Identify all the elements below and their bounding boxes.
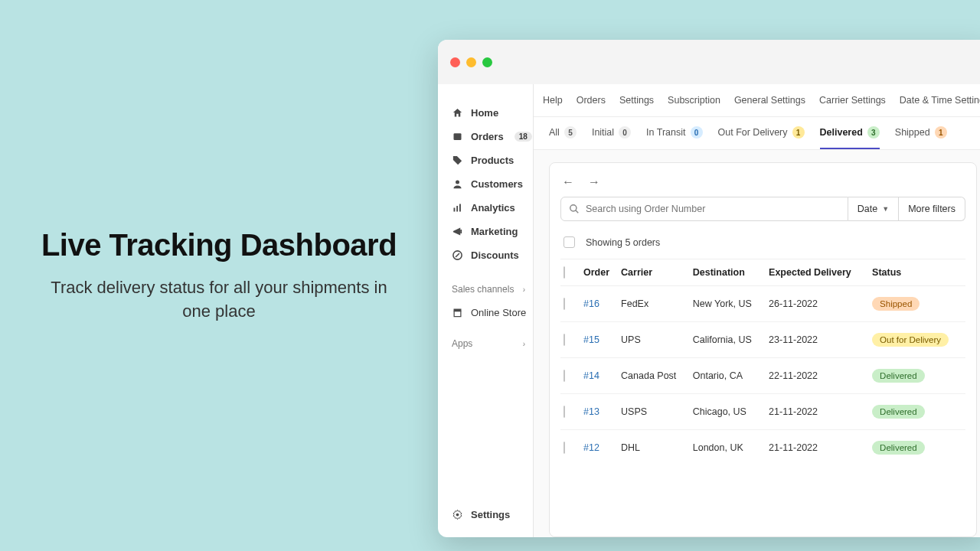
svg-rect-4	[459, 204, 461, 212]
topnav-general-settings[interactable]: General Settings	[734, 95, 805, 106]
tab-label: In Transit	[646, 127, 685, 138]
svg-rect-3	[456, 206, 458, 212]
topnav-carrier-settings[interactable]: Carrier Settings	[819, 95, 886, 106]
hero: Live Tracking Dashboard Track delivery s…	[0, 228, 438, 324]
tab-count-badge: 3	[867, 126, 880, 139]
sidebar-section-sales-channels[interactable]: Sales channels ›	[452, 278, 533, 301]
svg-line-9	[576, 210, 579, 214]
order-link[interactable]: #15	[583, 334, 599, 345]
more-filters-button[interactable]: More filters	[899, 197, 965, 221]
tab-label: Out For Delivery	[718, 127, 788, 138]
window-close-dot[interactable]	[450, 57, 460, 67]
order-link[interactable]: #13	[583, 406, 599, 417]
topnav-settings[interactable]: Settings	[619, 95, 654, 106]
cell-carrier: FedEx	[618, 286, 690, 322]
tag-icon	[452, 155, 463, 166]
tab-count-badge: 0	[619, 126, 631, 139]
sidebar-item-home[interactable]: Home	[452, 101, 533, 125]
row-checkbox[interactable]	[564, 406, 565, 418]
sidebar-item-customers[interactable]: Customers	[452, 172, 533, 196]
sidebar-item-products[interactable]: Products	[452, 148, 533, 172]
cell-carrier: UPS	[618, 322, 690, 358]
order-link[interactable]: #12	[583, 442, 599, 453]
sidebar-item-label: Home	[471, 107, 498, 119]
row-checkbox[interactable]	[564, 334, 565, 346]
header-checkbox[interactable]	[564, 266, 565, 279]
search-input[interactable]	[586, 204, 840, 214]
cell-carrier: USPS	[618, 394, 690, 430]
gear-icon	[452, 509, 463, 520]
tab-count-badge: 1	[935, 126, 947, 139]
order-link[interactable]: #16	[583, 298, 599, 309]
tab-delivered[interactable]: Delivered3	[820, 126, 880, 149]
col-carrier: Carrier	[618, 259, 690, 286]
date-filter-button[interactable]: Date ▼	[848, 197, 899, 221]
search-icon	[569, 204, 580, 214]
pager-next[interactable]: →	[588, 175, 600, 189]
sidebar-section-apps[interactable]: Apps ›	[452, 332, 533, 355]
tab-initial[interactable]: Initial0	[592, 126, 631, 149]
sidebar-item-settings[interactable]: Settings	[452, 503, 533, 527]
discount-icon	[452, 249, 463, 261]
orders-card: ← → Date ▼ More filters	[549, 162, 977, 537]
sidebar-item-discounts[interactable]: Discounts	[452, 243, 533, 267]
table-row: #12DHLLondon, UK21-11-2022Delivered	[560, 430, 965, 466]
topnav-help[interactable]: Help	[543, 95, 563, 106]
sidebar-item-label: Settings	[471, 509, 510, 520]
user-icon	[452, 178, 463, 190]
store-icon	[452, 307, 463, 318]
tab-label: Initial	[592, 127, 614, 138]
pager-prev[interactable]: ←	[562, 175, 574, 189]
orders-badge: 18	[514, 132, 532, 142]
sidebar-item-label: Customers	[471, 178, 523, 190]
home-icon	[452, 107, 463, 119]
count-row: Showing 5 orders	[560, 232, 965, 259]
pager: ← →	[560, 174, 965, 197]
row-checkbox[interactable]	[564, 370, 565, 382]
svg-rect-0	[454, 133, 462, 140]
caret-down-icon: ▼	[882, 205, 889, 213]
sidebar-item-analytics[interactable]: Analytics	[452, 196, 533, 220]
main: Help Orders Settings Subscription Genera…	[534, 84, 980, 537]
sidebar: Home Orders 18 Products Customers Analyt…	[438, 84, 534, 537]
cell-destination: California, US	[690, 322, 766, 358]
app-window: Home Orders 18 Products Customers Analyt…	[438, 40, 980, 537]
order-link[interactable]: #14	[583, 370, 599, 381]
sidebar-item-online-store[interactable]: Online Store	[452, 301, 533, 324]
row-checkbox[interactable]	[564, 442, 565, 454]
cell-destination: Ontario, CA	[690, 358, 766, 394]
topnav-subscription[interactable]: Subscription	[668, 95, 720, 106]
col-expected: Expected Delivery	[766, 259, 869, 286]
tab-all[interactable]: All5	[549, 126, 577, 149]
search-box[interactable]	[560, 197, 848, 221]
tab-in-transit[interactable]: In Transit0	[646, 126, 702, 149]
top-nav: Help Orders Settings Subscription Genera…	[534, 84, 980, 117]
sidebar-item-marketing[interactable]: Marketing	[452, 220, 533, 243]
sidebar-item-label: Products	[471, 155, 514, 166]
showing-count: Showing 5 orders	[586, 237, 660, 248]
sidebar-item-label: Analytics	[471, 202, 515, 214]
window-maximize-dot[interactable]	[482, 57, 492, 67]
tab-shipped[interactable]: Shipped1	[895, 126, 947, 149]
select-all-checkbox[interactable]	[564, 236, 575, 248]
topnav-orders[interactable]: Orders	[577, 95, 606, 106]
cell-expected: 26-11-2022	[766, 286, 869, 322]
cell-destination: London, UK	[690, 430, 766, 466]
col-dest: Destination	[690, 259, 766, 286]
svg-rect-2	[454, 208, 456, 212]
row-checkbox[interactable]	[564, 298, 565, 310]
topnav-datetime-settings[interactable]: Date & Time Settings	[900, 95, 980, 106]
tab-out-for-delivery[interactable]: Out For Delivery1	[718, 126, 805, 149]
sidebar-item-label: Discounts	[471, 249, 519, 261]
table-row: #16FedExNew York, US26-11-2022Shipped	[560, 286, 965, 322]
tab-label: Shipped	[895, 127, 930, 138]
chevron-right-icon: ›	[523, 340, 525, 348]
sidebar-item-orders[interactable]: Orders 18	[452, 125, 533, 148]
cell-expected: 21-11-2022	[766, 430, 869, 466]
svg-point-7	[456, 514, 459, 517]
analytics-icon	[452, 202, 463, 214]
window-minimize-dot[interactable]	[466, 57, 476, 67]
status-badge: Delivered	[872, 369, 925, 383]
cell-destination: New York, US	[690, 286, 766, 322]
table-row: #13USPSChicago, US21-11-2022Delivered	[560, 394, 965, 430]
